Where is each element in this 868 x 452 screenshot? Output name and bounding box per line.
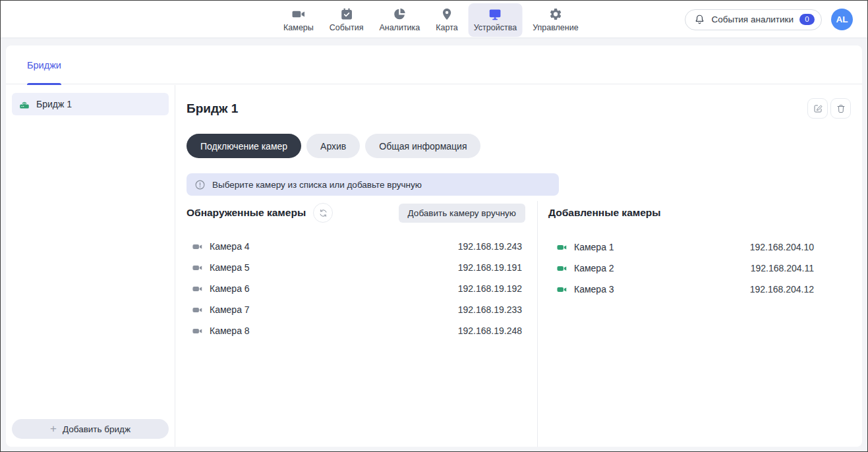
nav-item-cameras[interactable]: Камеры [278, 3, 319, 37]
camera-icon [556, 242, 567, 253]
nav-label: Аналитика [379, 23, 420, 32]
video-camera-icon [291, 7, 305, 21]
camera-icon [556, 263, 567, 274]
tab-archive[interactable]: Архив [306, 134, 360, 158]
camera-ip: 192.168.19.243 [458, 241, 522, 252]
camera-icon [192, 283, 203, 295]
tabs-row: Бриджи [6, 45, 862, 84]
camera-row-discovered[interactable]: Камера 4 192.168.19.243 [187, 236, 522, 257]
trash-icon [836, 103, 846, 114]
app-window: { "header": { "nav": [ { "label": "Камер… [0, 0, 868, 452]
events-count-badge: 0 [799, 14, 815, 25]
top-bar-right: События аналитики 0 AL [685, 9, 853, 30]
nav-label: Карта [436, 23, 457, 32]
bridge-tabs: Подключение камер Архив Общая информация [187, 134, 851, 158]
sidebar-item-label: Бридж 1 [36, 99, 72, 109]
calendar-check-icon [339, 7, 353, 21]
add-bridge-button[interactable]: + Добавить бридж [12, 419, 169, 439]
analytics-events-button[interactable]: События аналитики 0 [685, 9, 822, 30]
bell-icon [694, 14, 705, 25]
added-header: Добавленные камеры [548, 203, 862, 223]
camera-name: Камера 2 [574, 263, 614, 273]
main-navigation: Камеры События Аналитика Карта Устройств [278, 3, 584, 37]
camera-row-discovered[interactable]: Камера 6 192.168.19.192 [187, 278, 522, 299]
discovered-title: Обнаруженные камеры [187, 207, 306, 219]
discovered-cameras-section: Обнаруженные камеры Добавить камеру вруч… [187, 201, 537, 447]
exclamation-circle-icon [194, 179, 206, 190]
page-background: Бриджи Бридж 1 + Добавить бридж [1, 38, 867, 451]
camera-icon [192, 262, 203, 273]
delete-bridge-button[interactable] [830, 98, 851, 119]
card-body: Бридж 1 + Добавить бридж Бридж 1 [6, 85, 862, 447]
nav-item-events[interactable]: События [324, 3, 369, 37]
add-bridge-label: Добавить бридж [63, 424, 130, 434]
camera-icon [192, 325, 203, 337]
nav-item-analytics[interactable]: Аналитика [374, 3, 425, 37]
top-bar: Камеры События Аналитика Карта Устройств [1, 1, 867, 38]
map-pin-icon [440, 7, 454, 21]
nav-label: Управление [533, 23, 579, 32]
bridges-sidebar: Бридж 1 + Добавить бридж [6, 85, 175, 447]
gear-icon [548, 7, 562, 21]
monitor-icon [488, 7, 502, 21]
tab-bridges-label: Бриджи [27, 60, 61, 71]
camera-name: Камера 8 [210, 325, 250, 336]
camera-ip: 192.168.204.11 [751, 263, 814, 273]
avatar[interactable]: AL [831, 9, 853, 30]
camera-row-added[interactable]: Камера 3 192.168.204.12 [548, 279, 814, 300]
nav-item-map[interactable]: Карта [430, 3, 463, 37]
sidebar-item-bridge-1[interactable]: Бридж 1 [12, 93, 169, 115]
refresh-icon [318, 208, 328, 218]
discovered-header: Обнаруженные камеры Добавить камеру вруч… [187, 203, 537, 223]
camera-name: Камера 1 [574, 242, 614, 252]
discovered-camera-list: Камера 4 192.168.19.243 Камера 5 192.168… [187, 236, 537, 341]
camera-icon [192, 241, 203, 252]
add-camera-manually-button[interactable]: Добавить камеру вручную [399, 204, 525, 223]
plus-icon: + [50, 423, 57, 434]
tab-camera-connection[interactable]: Подключение камер [187, 134, 301, 158]
camera-ip: 192.168.204.12 [750, 284, 814, 295]
edit-pencil-square-icon [813, 103, 823, 114]
content-card: Бриджи Бридж 1 + Добавить бридж [6, 45, 862, 447]
nav-item-management[interactable]: Управление [527, 3, 584, 37]
nav-item-devices[interactable]: Устройства [469, 3, 522, 37]
nav-label: События [330, 23, 364, 32]
added-title: Добавленные камеры [548, 207, 661, 219]
panel-header: Бридж 1 [187, 98, 851, 119]
camera-ip: 192.168.204.10 [750, 242, 814, 252]
camera-ip: 192.168.19.192 [458, 283, 522, 294]
camera-row-added[interactable]: Камера 2 192.168.204.11 [548, 258, 814, 279]
camera-row-added[interactable]: Камера 1 192.168.204.10 [548, 237, 814, 258]
camera-row-discovered[interactable]: Камера 8 192.168.19.248 [187, 320, 522, 341]
camera-name: Камера 3 [574, 284, 614, 295]
nav-label: Устройства [474, 23, 517, 32]
camera-icon [556, 284, 567, 295]
panel-actions [807, 98, 851, 119]
camera-row-discovered[interactable]: Камера 5 192.168.19.191 [187, 257, 522, 278]
camera-name: Камера 7 [210, 304, 250, 315]
added-camera-list: Камера 1 192.168.204.10 Камера 2 192.168… [548, 237, 862, 300]
nav-label: Камеры [283, 23, 314, 32]
edit-bridge-button[interactable] [807, 98, 828, 119]
refresh-cameras-button[interactable] [313, 203, 333, 223]
info-banner: Выберите камеру из списка или добавьте в… [187, 173, 559, 196]
camera-ip: 192.168.19.191 [458, 262, 522, 273]
analytics-events-label: События аналитики [711, 14, 794, 24]
camera-name: Камера 4 [210, 241, 250, 252]
camera-columns: Обнаруженные камеры Добавить камеру вруч… [187, 201, 862, 447]
camera-name: Камера 5 [210, 262, 250, 273]
camera-ip: 192.168.19.248 [458, 325, 522, 336]
page-title: Бридж 1 [187, 101, 238, 116]
pie-chart-icon [393, 7, 407, 21]
camera-row-discovered[interactable]: Камера 7 192.168.19.233 [187, 299, 522, 320]
tab-general-info[interactable]: Общая информация [365, 134, 480, 158]
camera-icon [192, 304, 203, 316]
info-banner-text: Выберите камеру из списка или добавьте в… [212, 180, 422, 190]
bridge-router-icon [18, 98, 30, 110]
bridge-detail-panel: Бридж 1 [175, 85, 862, 447]
camera-name: Камера 6 [210, 283, 250, 294]
added-cameras-section: Добавленные камеры Камера 1 192.168.204.… [538, 201, 862, 447]
tab-bridges[interactable]: Бриджи [27, 45, 61, 84]
camera-ip: 192.168.19.233 [458, 304, 522, 315]
